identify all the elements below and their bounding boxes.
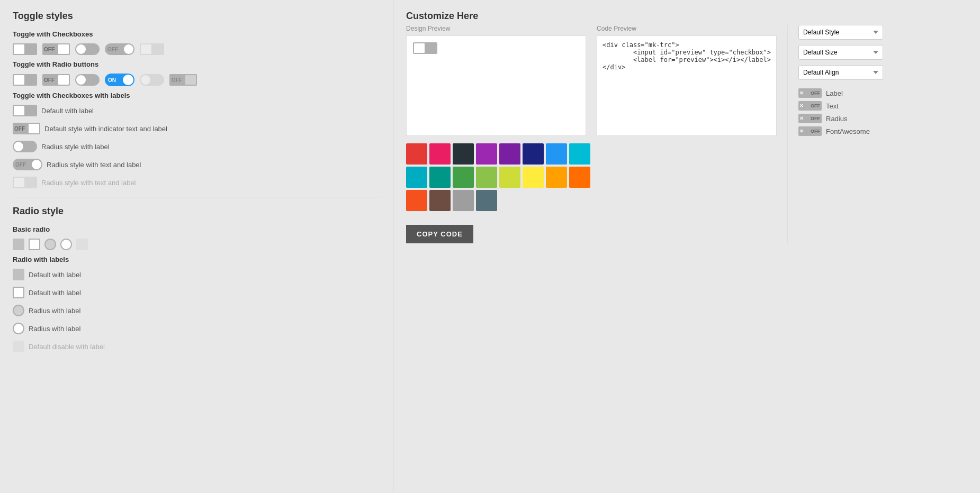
align-dropdown[interactable]: Default Align Left Right Center [798,65,883,80]
copy-code-button[interactable]: COPY CODE [406,225,473,243]
color-swatch-teal-light[interactable] [406,167,427,188]
toggle-labeled-row-1: Default with label [13,105,380,116]
radio-label-5: Default disable with label [29,343,105,351]
color-swatch-orange[interactable] [569,167,590,188]
radio-disabled-label-5 [13,341,24,352]
color-swatch-blue[interactable] [546,143,567,165]
color-swatch-brown[interactable] [429,190,451,211]
size-dropdown[interactable]: Default Size Small Large [798,45,883,60]
radio-labels-title: Radio with labels [13,255,380,263]
option-fontawesome-toggle[interactable]: ✕ OFF [798,126,822,136]
option-fontawesome-row: ✕ OFF FontAwesome [798,126,967,136]
radio-circle-white[interactable] [60,239,72,250]
color-swatch-light-green[interactable] [476,167,497,188]
option-text-toggle[interactable]: ✕ OFF [798,101,822,111]
color-swatch-blue-grey[interactable] [476,190,497,211]
radio-label-row-2: Default with label [13,287,380,298]
radio-circle-dark[interactable] [44,239,56,250]
toggle-labeled-row-3: Radius style with label [13,141,380,152]
toggle-radio-title: Toggle with Radio buttons [13,60,380,68]
option-label-toggle[interactable]: ✕ OFF [798,88,822,98]
radio-label-row-4: Radius with label [13,323,380,334]
color-swatch-green[interactable] [453,167,474,188]
option-label-text: Label [826,89,843,97]
toggle-radius-text-label-4[interactable]: OFF [13,159,42,170]
radio-label-2: Default with label [29,289,81,297]
radio-label-row-1: Default with label [13,269,380,280]
toggle-text-off-1[interactable]: OFF [42,43,70,55]
toggle-checkboxes-row: OFF OFF [13,43,380,55]
toggle-checkboxes-title: Toggle with Checkboxes [13,30,380,38]
radio-style-title: Radio style [13,206,380,217]
basic-radio-title: Basic radio [13,225,380,233]
radio-sq-white[interactable] [29,239,40,250]
toggle-disabled-radius-1 [140,74,164,86]
option-fontawesome-text: FontAwesome [826,127,870,135]
customize-title: Customize Here [406,11,967,22]
toggle-labeled-row-4: OFF Radius style with text and label [13,159,380,170]
code-label: Code Preview [597,25,777,32]
options-container: ✕ OFF Label ✕ OFF Text ✕ [798,88,967,136]
toggle-checkboxes-labels-title: Toggle with Checkboxes with labels [13,92,380,99]
code-preview: <div class="mk-trc"> <input id="preview"… [597,35,777,136]
toggle-radius-text-off-1[interactable]: OFF [105,43,134,55]
radio-circle-white-label-4[interactable] [13,323,24,334]
color-swatch-darkgrey[interactable] [453,143,474,165]
color-grid [406,143,607,211]
toggle-label-3: Radius style with label [41,143,110,151]
color-swatch-purple-dark[interactable] [499,143,520,165]
radio-sq-white-label-2[interactable] [13,287,24,298]
toggle-on-active-1[interactable]: ON [105,74,134,86]
toggle-labeled-row-2: OFF Default style with indicator text an… [13,123,380,134]
radio-sq-dark[interactable] [13,239,24,250]
toggle-radius-1[interactable] [75,43,100,55]
toggle-radius-label-3[interactable] [13,141,37,152]
toggle-disabled-label-5 [13,177,37,188]
toggle-off-indicator-disabled-1: OFF [169,74,197,86]
toggle-default-label-1[interactable] [13,105,37,116]
toggle-disabled-1 [140,43,164,55]
radio-label-1: Default with label [29,271,81,279]
toggle-text-label-2[interactable]: OFF [13,123,40,134]
color-swatch-lime[interactable] [499,167,520,188]
toggle-default-1[interactable] [13,43,37,55]
design-preview [406,35,586,136]
style-dropdown[interactable]: Default Style Radius Style Text Style [798,25,883,40]
option-radius-text: Radius [826,115,847,123]
toggle-radio-row: OFF ON OFF [13,74,380,86]
basic-radio-row [13,239,380,250]
radio-label-row-5: Default disable with label [13,341,380,352]
design-label: Design Preview [406,25,586,32]
radio-disabled-sq [76,239,88,250]
color-swatch-yellow[interactable] [523,167,544,188]
color-swatch-red[interactable] [406,143,427,165]
toggle-label-4: Radius style with text and label [47,161,141,169]
color-swatch-deep-orange[interactable] [406,190,427,211]
option-text-text: Text [826,102,839,110]
color-swatch-pink[interactable] [429,143,451,165]
toggle-label-1: Default with label [41,107,94,115]
option-text-row: ✕ OFF Text [798,101,967,111]
color-swatch-cyan[interactable] [569,143,590,165]
radio-label-4: Radius with label [29,325,80,333]
option-radius-toggle[interactable]: ✕ OFF [798,114,822,123]
color-swatch-grey[interactable] [453,190,474,211]
radio-sq-label-1[interactable] [13,269,24,280]
option-label-row: ✕ OFF Label [798,88,967,98]
color-swatch-teal[interactable] [429,167,451,188]
radio-label-3: Radius with label [29,307,80,315]
color-swatch-purple-light[interactable] [476,143,497,165]
section-divider [13,197,380,197]
toggle-labeled-row-5: Radius style with text and label [13,177,380,188]
toggle-radius-2[interactable] [75,74,100,86]
radio-circle-label-3[interactable] [13,305,24,316]
preview-toggle[interactable] [413,42,437,54]
main-title: Toggle styles [13,11,380,22]
toggle-text-off-2[interactable]: OFF [42,74,70,86]
option-radius-row: ✕ OFF Radius [798,114,967,123]
color-swatch-navy[interactable] [523,143,544,165]
toggle-label-2: Default style with indicator text and la… [44,125,167,133]
color-swatch-amber[interactable] [546,167,567,188]
toggle-label-5: Radius style with text and label [41,179,136,187]
toggle-default-2[interactable] [13,74,37,86]
